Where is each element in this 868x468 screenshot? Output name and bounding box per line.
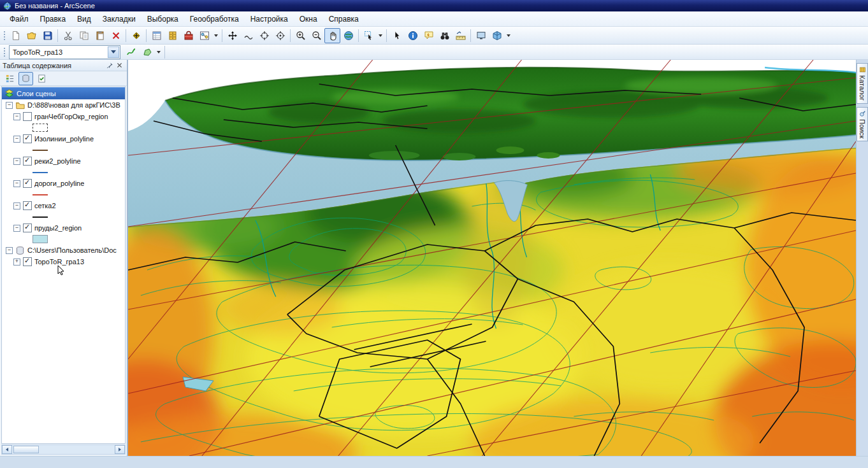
group-row[interactable]: D:\888\новая для аркГИС\3В — [2, 99, 125, 111]
command-dropdown-arrow[interactable] — [214, 34, 218, 37]
symbol-row[interactable] — [2, 189, 125, 200]
toolbar-grip[interactable] — [3, 46, 5, 58]
pin-icon — [106, 62, 113, 69]
menu-help[interactable]: Справка — [323, 13, 365, 25]
layer-row[interactable]: пруды2_region — [2, 222, 125, 234]
symbol-row[interactable] — [2, 167, 125, 178]
scroll-right-button[interactable] — [115, 445, 125, 454]
list-by-source-button[interactable] — [18, 72, 33, 85]
add-data-icon — [131, 31, 141, 41]
layer-row[interactable]: сетка2 — [2, 200, 125, 211]
layer-checkbox[interactable] — [23, 257, 32, 266]
copy-icon — [79, 31, 89, 41]
layer-checkbox[interactable] — [23, 157, 32, 166]
layer-checkbox[interactable] — [23, 201, 32, 210]
effects-3d-button[interactable] — [489, 28, 505, 43]
list-by-visibility-button[interactable] — [34, 72, 49, 85]
identify-button[interactable] — [405, 28, 421, 43]
menu-view[interactable]: Вид — [71, 13, 97, 25]
delete-button[interactable] — [108, 28, 124, 43]
symbol-row[interactable] — [2, 234, 125, 245]
close-panel-button[interactable] — [115, 61, 124, 70]
collapse-icon[interactable] — [13, 158, 20, 165]
select-elements-button[interactable] — [389, 28, 405, 43]
zoom-to-target-button[interactable] — [272, 28, 288, 43]
layer-combobox[interactable]: TopoToR_гра13 — [9, 45, 120, 59]
symbol-row[interactable] — [2, 122, 125, 133]
scene-viewport[interactable] — [127, 60, 856, 456]
interpolate-line-button[interactable] — [123, 45, 139, 60]
html-popup-button[interactable] — [421, 28, 437, 43]
layer-row[interactable]: дороги_polyline — [2, 178, 125, 189]
viewer-window-button[interactable] — [473, 28, 489, 43]
collapse-icon[interactable] — [13, 180, 20, 187]
paste-button[interactable] — [92, 28, 108, 43]
visibility-check-icon — [37, 74, 47, 83]
horizontal-scrollbar[interactable] — [1, 444, 126, 455]
catalog-window-button[interactable] — [164, 28, 180, 43]
copy-button[interactable] — [76, 28, 92, 43]
navigate-arrows-icon — [228, 31, 238, 41]
catalog-tab[interactable]: Каталог — [857, 63, 868, 104]
menu-customize[interactable]: Настройка — [245, 13, 294, 25]
collapse-icon[interactable] — [13, 202, 20, 209]
layer-row[interactable]: Изолинии_polyline — [2, 133, 125, 145]
menu-edit[interactable]: Правка — [34, 13, 72, 25]
combobox-dropdown-button[interactable] — [108, 46, 119, 58]
save-button[interactable] — [40, 28, 55, 43]
toolbox-button[interactable] — [180, 28, 196, 43]
navigate-button[interactable] — [224, 28, 240, 43]
scrollbar-thumb[interactable] — [13, 446, 39, 453]
new-scene-button[interactable] — [8, 28, 24, 43]
collapse-icon[interactable] — [13, 136, 20, 143]
menu-windows[interactable]: Окна — [294, 13, 323, 25]
symbol-row[interactable] — [2, 145, 125, 155]
layer-row[interactable]: гранЧебГорОкр_region — [2, 111, 125, 122]
layer-combobox-value: TopoToR_гра13 — [13, 48, 62, 56]
add-data-button[interactable] — [128, 28, 144, 43]
layer-checkbox[interactable] — [23, 134, 32, 143]
scroll-left-button[interactable] — [2, 445, 12, 454]
full-extent-button[interactable] — [340, 28, 356, 43]
collapse-icon[interactable] — [6, 102, 13, 109]
pin-button[interactable] — [105, 61, 115, 70]
menu-bookmarks[interactable]: Закладки — [97, 13, 141, 25]
collapse-icon[interactable] — [13, 113, 20, 120]
fly-button[interactable] — [240, 28, 256, 43]
find-button[interactable] — [437, 28, 452, 43]
list-by-drawing-order-button[interactable] — [3, 72, 17, 85]
pan-hand-button[interactable] — [324, 28, 340, 43]
layer-row[interactable]: реки2_polyline — [2, 155, 125, 167]
zoom-out-button[interactable] — [308, 28, 324, 43]
effects-dropdown-arrow[interactable] — [507, 34, 510, 37]
table-of-contents-button[interactable] — [148, 28, 164, 43]
group-row[interactable]: C:\Users\Пользователь\Doc — [2, 245, 125, 256]
interpolate-polygon-button[interactable] — [139, 45, 155, 60]
analyst-dropdown-arrow[interactable] — [157, 51, 161, 53]
menu-file[interactable]: Файл — [4, 13, 34, 25]
open-button[interactable] — [24, 28, 40, 43]
layer-checkbox[interactable] — [23, 179, 32, 188]
model-builder-button[interactable] — [196, 28, 212, 43]
measure-button[interactable] — [452, 28, 468, 43]
collapse-icon[interactable] — [6, 247, 13, 254]
select-dropdown-arrow[interactable] — [379, 34, 382, 37]
toolbar-separator — [222, 29, 222, 42]
layer-checkbox[interactable] — [23, 223, 32, 232]
zoom-out-icon — [312, 31, 322, 41]
symbol-row[interactable] — [2, 211, 125, 222]
menu-geoprocessing[interactable]: Геообработка — [184, 13, 245, 25]
tree-root-row[interactable]: Слои сцены — [2, 87, 125, 99]
expand-icon[interactable] — [13, 259, 20, 266]
zoom-in-button[interactable] — [293, 28, 308, 43]
collapse-icon[interactable] — [13, 225, 20, 232]
select-graphics-button[interactable] — [361, 28, 377, 43]
layer-checkbox[interactable] — [23, 112, 32, 121]
center-on-target-button[interactable] — [256, 28, 272, 43]
menu-selection[interactable]: Выборка — [141, 13, 184, 25]
viewer-monitor-icon — [476, 31, 486, 41]
cut-button[interactable] — [60, 28, 76, 43]
search-tab[interactable]: Поиск — [857, 107, 868, 141]
catalog-icon — [168, 31, 178, 41]
toolbar-grip[interactable] — [3, 30, 5, 41]
